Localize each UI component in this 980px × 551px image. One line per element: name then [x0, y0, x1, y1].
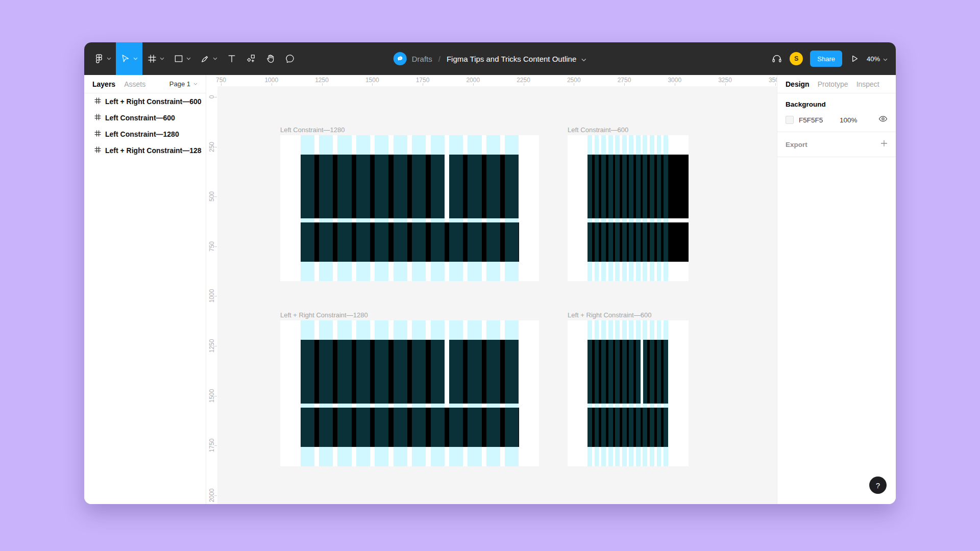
- grid-column-overlay: [657, 320, 662, 466]
- color-hex-value[interactable]: F5F5F5: [799, 116, 835, 124]
- design-frame[interactable]: [280, 135, 539, 281]
- project-icon[interactable]: [394, 52, 407, 65]
- layer-row[interactable]: Left Constraint—600: [84, 110, 206, 126]
- breadcrumb-project[interactable]: Drafts: [412, 55, 432, 63]
- layer-row[interactable]: Left Constraint—1280: [84, 126, 206, 142]
- frame-label[interactable]: Left Constraint—1280: [280, 126, 345, 134]
- shapes-plus-icon: [246, 54, 256, 64]
- grid-column-overlay: [301, 135, 314, 281]
- audio-headphones-icon[interactable]: [771, 53, 782, 64]
- pen-icon: [200, 54, 210, 64]
- grid-column-overlay: [337, 135, 351, 281]
- pen-tool-button[interactable]: [195, 42, 222, 75]
- tab-inspect[interactable]: Inspect: [856, 80, 879, 88]
- layer-row[interactable]: Left + Right Constraint—1280: [84, 142, 206, 159]
- frame-grid-icon: [94, 113, 101, 122]
- chevron-down-icon: [160, 57, 164, 60]
- frame-grid-icon: [94, 146, 101, 155]
- color-swatch[interactable]: [786, 116, 794, 124]
- ruler-tick: [272, 83, 272, 86]
- breadcrumb: Drafts / Figma Tips and Tricks Content O…: [394, 42, 586, 75]
- main-menu-button[interactable]: [89, 42, 116, 75]
- workspace: Layers Assets Page 1 Left + Right Constr…: [84, 75, 896, 504]
- visibility-eye-icon[interactable]: [878, 115, 888, 124]
- ruler-tick: [322, 83, 323, 86]
- frame-grid-icon: [94, 130, 101, 139]
- grid-column-overlay: [601, 320, 606, 466]
- page-selector[interactable]: Page 1: [169, 80, 198, 88]
- frame-grid-icon: [94, 97, 101, 106]
- comment-icon: [285, 54, 295, 64]
- toolbar-right: S Share 40%: [771, 42, 896, 75]
- vertical-ruler: 025050075010001250150017502000: [206, 75, 217, 504]
- grid-column-overlay: [412, 320, 426, 466]
- tab-design[interactable]: Design: [786, 80, 810, 88]
- design-frame[interactable]: [568, 320, 689, 466]
- text-icon: [227, 54, 237, 64]
- grid-column-overlay: [587, 135, 592, 281]
- ruler-label: 3500: [769, 77, 777, 84]
- right-sidebar-tabs: Design Prototype Inspect: [777, 75, 896, 93]
- grid-column-overlay: [449, 135, 463, 281]
- frame-icon: [147, 54, 157, 64]
- horizontal-ruler: 7501000125015001750200022502500275030003…: [206, 75, 777, 86]
- frame-tool-button[interactable]: [142, 42, 169, 75]
- add-export-plus-icon[interactable]: [880, 140, 888, 149]
- design-frame[interactable]: [280, 320, 539, 466]
- design-frame[interactable]: [568, 135, 689, 281]
- chevron-down-icon: [213, 57, 217, 60]
- ruler-label: 2250: [517, 77, 530, 84]
- ruler-tick: [214, 495, 217, 496]
- text-tool-button[interactable]: [222, 42, 241, 75]
- layer-name: Left Constraint—1280: [105, 130, 179, 138]
- grid-column-overlay: [643, 135, 647, 281]
- ruler-tick: [221, 83, 222, 86]
- move-tool-button[interactable]: [116, 42, 142, 75]
- figma-window: Drafts / Figma Tips and Tricks Content O…: [84, 42, 896, 504]
- grid-column-overlay: [615, 135, 620, 281]
- chevron-down-icon: [107, 57, 111, 60]
- grid-column-overlay: [622, 320, 627, 466]
- chevron-down-icon: [883, 55, 888, 63]
- toolbar-tools: [84, 42, 300, 75]
- help-button[interactable]: ?: [869, 477, 887, 494]
- opacity-value[interactable]: 100%: [840, 116, 873, 124]
- grid-column-overlay: [356, 135, 370, 281]
- tab-assets[interactable]: Assets: [124, 80, 145, 88]
- ruler-tick: [574, 83, 574, 86]
- ruler-label: 750: [216, 77, 226, 84]
- layer-name: Left + Right Constraint—600: [105, 97, 202, 106]
- comment-tool-button[interactable]: [280, 42, 300, 75]
- present-icon[interactable]: [849, 54, 860, 64]
- frame-label[interactable]: Left + Right Constraint—600: [568, 311, 651, 319]
- grid-column-overlay: [319, 135, 333, 281]
- ruler-label: 2750: [618, 77, 631, 84]
- hand-tool-button[interactable]: [261, 42, 280, 75]
- grid-column-overlay: [615, 320, 620, 466]
- user-avatar[interactable]: S: [790, 52, 803, 65]
- breadcrumb-separator: /: [438, 55, 440, 63]
- layout-rect[interactable]: [587, 408, 668, 447]
- resources-tool-button[interactable]: [241, 42, 261, 75]
- grid-column-overlay: [608, 320, 613, 466]
- frame-label[interactable]: Left + Right Constraint—1280: [280, 311, 368, 319]
- layer-row[interactable]: Left + Right Constraint—600: [84, 93, 206, 110]
- file-title[interactable]: Figma Tips and Tricks Content Outline: [447, 55, 576, 63]
- share-button[interactable]: Share: [810, 51, 842, 67]
- grid-column-overlay: [595, 320, 599, 466]
- grid-column-overlay: [629, 135, 633, 281]
- tab-layers[interactable]: Layers: [92, 80, 115, 88]
- shape-tool-button[interactable]: [169, 42, 195, 75]
- chevron-down-icon[interactable]: [581, 55, 586, 63]
- frame-label[interactable]: Left Constraint—600: [568, 126, 628, 134]
- layer-name: Left Constraint—600: [105, 114, 175, 122]
- canvas[interactable]: 7501000125015001750200022502500275030003…: [206, 75, 777, 504]
- tab-prototype[interactable]: Prototype: [818, 80, 848, 88]
- grid-column-overlay: [636, 320, 641, 466]
- grid-column-overlay: [664, 135, 668, 281]
- ruler-label: 2000: [466, 77, 480, 84]
- ruler-tick: [473, 83, 474, 86]
- figma-logo-icon: [94, 54, 104, 64]
- ruler-tick: [214, 396, 217, 396]
- zoom-level-control[interactable]: 40%: [867, 55, 888, 63]
